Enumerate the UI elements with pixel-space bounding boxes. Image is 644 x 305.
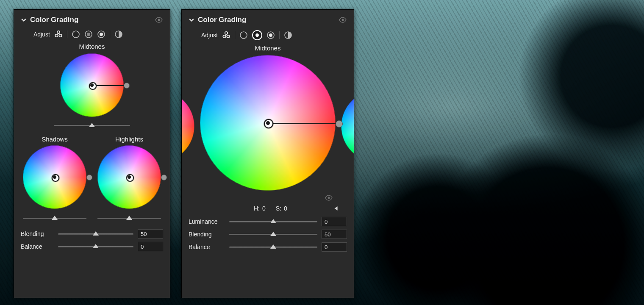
blending-value[interactable]: 50 bbox=[322, 230, 347, 239]
balance-value[interactable]: 0 bbox=[138, 242, 163, 251]
chevron-down-icon[interactable] bbox=[189, 17, 194, 23]
blending-slider[interactable] bbox=[229, 231, 317, 238]
midtones-color-wheel[interactable] bbox=[60, 53, 124, 117]
mode-shadows-icon[interactable] bbox=[72, 30, 80, 39]
balance-slider[interactable] bbox=[58, 243, 133, 250]
saturation-label: S: bbox=[276, 205, 281, 212]
separator bbox=[235, 31, 235, 39]
highlights-color-wheel[interactable] bbox=[97, 145, 161, 209]
panel-title: Color Grading bbox=[30, 16, 78, 24]
svg-point-21 bbox=[328, 197, 330, 199]
midtones-section-label: Midtones bbox=[189, 44, 347, 52]
svg-point-11 bbox=[342, 19, 344, 21]
wheel-preview-eye-icon[interactable] bbox=[325, 195, 333, 201]
separator bbox=[279, 31, 280, 39]
svg-point-7 bbox=[87, 33, 90, 36]
balance-value[interactable]: 0 bbox=[322, 242, 347, 252]
mode-midtones-icon[interactable] bbox=[84, 30, 93, 39]
blending-slider[interactable] bbox=[58, 230, 133, 237]
svg-point-13 bbox=[223, 35, 225, 38]
luminance-slider[interactable] bbox=[229, 218, 317, 225]
svg-point-1 bbox=[57, 31, 60, 33]
mode-highlights-icon[interactable] bbox=[266, 31, 275, 39]
highlights-hue-knob[interactable] bbox=[161, 175, 167, 180]
color-grading-panel-expanded: Color Grading Adjust Midtones bbox=[181, 9, 354, 298]
svg-point-9 bbox=[100, 33, 103, 36]
svg-point-2 bbox=[55, 34, 58, 37]
separator bbox=[67, 30, 67, 38]
svg-point-5 bbox=[74, 33, 78, 36]
midtones-hue-knob[interactable] bbox=[124, 83, 130, 89]
chevron-down-icon[interactable] bbox=[21, 17, 27, 23]
blending-label: Blending bbox=[189, 231, 225, 238]
shadows-luminance-slider[interactable] bbox=[23, 215, 86, 222]
midtones-luminance-slider[interactable] bbox=[54, 122, 130, 129]
highlights-luminance-slider[interactable] bbox=[97, 215, 161, 222]
blending-label: Blending bbox=[21, 230, 54, 237]
svg-point-19 bbox=[269, 33, 272, 37]
balance-label: Balance bbox=[189, 244, 225, 250]
mode-global-icon[interactable] bbox=[114, 30, 123, 39]
next-wheel-peek[interactable] bbox=[341, 90, 354, 162]
shadows-hue-knob[interactable] bbox=[86, 175, 92, 180]
visibility-eye-icon[interactable] bbox=[155, 17, 163, 23]
adjust-mode-row: Adjust bbox=[33, 30, 163, 39]
mode-highlights-icon[interactable] bbox=[97, 30, 105, 39]
shadows-color-wheel[interactable] bbox=[23, 145, 86, 209]
mode-three-way-icon[interactable] bbox=[222, 31, 230, 39]
svg-point-12 bbox=[225, 32, 228, 34]
midtones-section-label: Midtones bbox=[21, 43, 163, 50]
svg-point-14 bbox=[227, 35, 229, 38]
disclosure-triangle-icon[interactable] bbox=[333, 206, 339, 211]
midtones-hue-knob[interactable] bbox=[336, 120, 343, 128]
svg-point-16 bbox=[242, 33, 245, 37]
panel-header[interactable]: Color Grading bbox=[21, 16, 163, 24]
svg-point-3 bbox=[59, 34, 61, 37]
svg-point-0 bbox=[158, 19, 160, 21]
adjust-label: Adjust bbox=[201, 32, 218, 39]
svg-point-17 bbox=[255, 33, 259, 37]
balance-slider[interactable] bbox=[229, 244, 317, 250]
luminance-label: Luminance bbox=[189, 218, 225, 225]
mode-three-way-icon[interactable] bbox=[54, 30, 63, 39]
color-grading-panel-compact: Color Grading Adjust Midtones bbox=[14, 9, 170, 298]
prev-wheel-peek[interactable] bbox=[181, 90, 194, 162]
balance-label: Balance bbox=[21, 243, 54, 250]
saturation-value[interactable]: 0 bbox=[284, 205, 287, 212]
panel-title: Color Grading bbox=[198, 16, 246, 24]
hue-value[interactable]: 0 bbox=[262, 205, 266, 212]
luminance-value[interactable]: 0 bbox=[322, 217, 347, 226]
hue-label: H: bbox=[254, 205, 260, 212]
highlights-section-label: Highlights bbox=[115, 136, 143, 143]
visibility-eye-icon[interactable] bbox=[339, 17, 347, 23]
panel-header[interactable]: Color Grading bbox=[189, 16, 347, 24]
mode-midtones-icon[interactable] bbox=[252, 30, 262, 40]
mode-global-icon[interactable] bbox=[284, 31, 292, 39]
mode-shadows-icon[interactable] bbox=[239, 31, 248, 39]
adjust-label: Adjust bbox=[33, 31, 50, 38]
shadows-section-label: Shadows bbox=[42, 136, 68, 143]
adjust-mode-row: Adjust bbox=[201, 30, 347, 40]
separator bbox=[110, 30, 110, 38]
blending-value[interactable]: 50 bbox=[138, 229, 163, 238]
midtones-color-wheel-large[interactable] bbox=[200, 55, 336, 191]
